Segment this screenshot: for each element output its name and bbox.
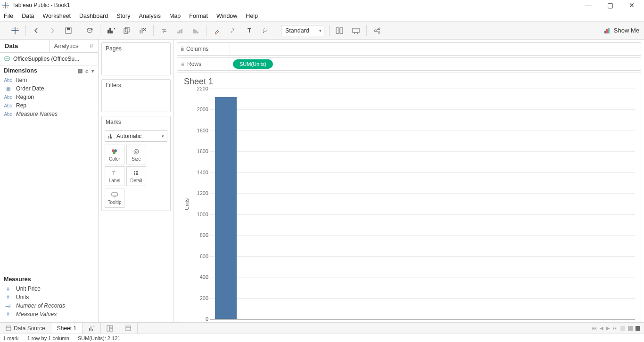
new-dashboard-tab[interactable] [101, 323, 119, 334]
new-worksheet-tab[interactable]: + [83, 323, 101, 334]
show-cards-button[interactable] [334, 25, 346, 36]
fit-select[interactable]: Standard [281, 25, 324, 36]
show-tabs-icon[interactable] [620, 326, 625, 331]
titlebar: Tableau Public - Book1 — ▢ ✕ [0, 0, 644, 10]
fields-menu-icon[interactable]: ▾ [91, 68, 94, 74]
nav-last-icon[interactable]: ⏭ [613, 326, 618, 331]
field-order-date[interactable]: ▦Order Date [0, 84, 98, 93]
window-minimize-button[interactable]: — [582, 1, 595, 9]
marks-color-button[interactable]: Color [105, 145, 124, 164]
datasource-row[interactable]: OfficeSupplies (OfficeSu... [0, 53, 98, 65]
nav-first-icon[interactable]: ⏮ [592, 326, 597, 331]
field-number-of-records[interactable]: =#Number of Records [0, 301, 98, 310]
nav-next-icon[interactable]: ▶ [606, 326, 610, 331]
highlight-button[interactable] [212, 25, 223, 36]
sort-desc-button[interactable] [190, 25, 202, 36]
chart-plot[interactable] [210, 89, 635, 320]
menu-story[interactable]: Story [116, 13, 130, 19]
svg-rect-62 [89, 328, 90, 331]
show-sorter-icon[interactable] [636, 326, 640, 331]
pages-card[interactable]: Pages [101, 42, 171, 75]
duplicate-button[interactable] [121, 25, 132, 36]
tab-analytics[interactable]: Analytics ⇵ [50, 40, 99, 52]
measures-list: #Unit Price #Units =#Number of Records #… [0, 285, 98, 322]
show-filmstrip-icon[interactable] [628, 326, 633, 331]
svg-line-4 [3, 7, 4, 8]
show-me-button[interactable]: Show Me [603, 27, 639, 34]
pill-sum-units[interactable]: SUM(Units) [233, 59, 273, 69]
menu-map[interactable]: Map [169, 13, 181, 19]
rows-icon: ≡ [181, 61, 184, 67]
field-measure-values[interactable]: #Measure Values [0, 310, 98, 318]
hash-icon: # [4, 286, 12, 292]
menu-worksheet[interactable]: Worksheet [43, 13, 71, 19]
filters-card[interactable]: Filters [101, 79, 171, 112]
sheet-tabs: Data Source Sheet 1 + ⏮ ◀ ▶ ⏭ [0, 322, 644, 334]
sort-asc-button[interactable] [174, 25, 186, 36]
bar[interactable] [215, 97, 237, 319]
search-fields-icon[interactable]: ⌕ [85, 68, 89, 74]
menu-analysis[interactable]: Analysis [139, 13, 161, 19]
clear-button[interactable] [137, 25, 149, 36]
svg-line-40 [376, 29, 378, 30]
field-item[interactable]: AbcItem [0, 76, 98, 84]
svg-text:▾: ▾ [114, 27, 115, 31]
menu-window[interactable]: Window [216, 13, 237, 19]
menu-help[interactable]: Help [246, 13, 258, 19]
tab-data[interactable]: Data [0, 40, 50, 52]
group-button[interactable] [228, 25, 239, 36]
menu-format[interactable]: Format [189, 13, 208, 19]
y-tick: 800 [200, 232, 208, 238]
marks-label-button[interactable]: TLabel [105, 166, 124, 186]
new-datasource-button[interactable] [84, 25, 95, 36]
new-worksheet-button[interactable]: ▾ [105, 25, 116, 36]
sheet-title[interactable]: Sheet 1 [183, 77, 635, 87]
svg-rect-63 [91, 326, 91, 331]
marks-detail-button[interactable]: Detail [126, 166, 146, 186]
save-button[interactable] [63, 25, 74, 36]
presentation-button[interactable] [350, 25, 362, 36]
y-tick: 200 [200, 295, 208, 301]
y-tick: 0 [206, 316, 208, 322]
tableau-icon[interactable] [9, 25, 21, 36]
window-close-button[interactable]: ✕ [625, 1, 638, 9]
text-button[interactable]: T [244, 25, 255, 36]
field-measure-names[interactable]: AbcMeasure Names [0, 110, 98, 118]
svg-rect-17 [111, 31, 113, 33]
field-region[interactable]: AbcRegion [0, 93, 98, 101]
forward-button[interactable] [47, 25, 58, 36]
svg-text:T: T [112, 171, 116, 176]
tab-sheet-1[interactable]: Sheet 1 [51, 323, 83, 334]
marks-type-select[interactable]: Automatic [105, 130, 167, 142]
back-button[interactable] [31, 25, 42, 36]
marks-tooltip-button[interactable]: Tooltip [105, 188, 124, 208]
svg-point-38 [378, 28, 380, 30]
hash-icon: # [4, 295, 12, 300]
rows-shelf[interactable]: ≡Rows SUM(Units) [177, 57, 641, 71]
marks-card: Marks Automatic Color Size TLabel Detail… [101, 116, 171, 211]
menu-dashboard[interactable]: Dashboard [79, 13, 108, 19]
nav-prev-icon[interactable]: ◀ [600, 326, 603, 331]
swap-button[interactable] [158, 25, 170, 36]
svg-rect-19 [124, 29, 128, 33]
share-button[interactable] [372, 25, 383, 36]
window-maximize-button[interactable]: ▢ [603, 1, 617, 9]
pin-button[interactable] [260, 25, 271, 36]
field-rep[interactable]: AbcRep [0, 101, 98, 110]
dimensions-heading: Dimensions ▦ ⌕ ▾ [0, 65, 98, 76]
view-as-icon[interactable]: ▦ [78, 68, 83, 74]
menu-file[interactable]: File [4, 13, 13, 19]
new-story-tab[interactable] [119, 323, 138, 334]
abc-icon: Abc [4, 103, 12, 108]
measures-heading: Measures [0, 274, 98, 285]
menu-data[interactable]: Data [22, 13, 34, 19]
viz-area: Sheet 1 Units 02004006008001000120014001… [177, 73, 641, 322]
hash-icon: # [4, 312, 12, 317]
field-unit-price[interactable]: #Unit Price [0, 285, 98, 293]
tab-data-source[interactable]: Data Source [0, 323, 51, 334]
field-units[interactable]: #Units [0, 293, 98, 301]
show-me-icon [603, 27, 611, 34]
columns-shelf[interactable]: iiiColumns [177, 42, 641, 56]
marks-size-button[interactable]: Size [126, 145, 146, 164]
svg-line-2 [3, 3, 4, 4]
